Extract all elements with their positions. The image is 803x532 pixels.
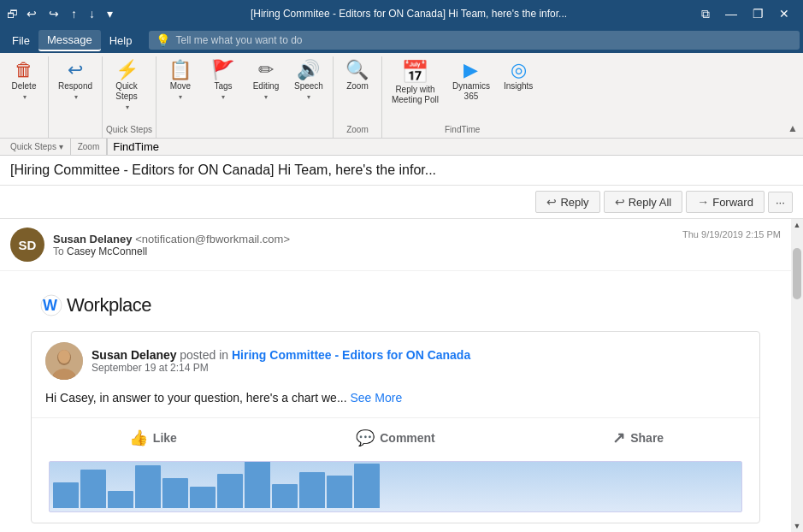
post-action-text: posted in [180, 348, 232, 362]
respond-icon: ↩ [68, 61, 83, 80]
see-more-link[interactable]: See More [350, 391, 402, 405]
search-bar[interactable]: 💡 [149, 31, 800, 50]
sender-email-bracket: < [135, 233, 142, 245]
share-icon: ↗ [612, 429, 625, 447]
insights-label: Insights [504, 81, 533, 92]
tags-label: Tags [214, 81, 232, 92]
email-scroll-area: SD Susan Delaney <notification@fbworkmai… [0, 219, 803, 532]
zoom-footer[interactable]: Zoom [71, 139, 108, 155]
zoom-group-label: Zoom [337, 123, 378, 138]
share-button[interactable]: ↗ Share [517, 422, 759, 454]
quick-access-toolbar[interactable]: 🗗 ↩ ↪ ↑ ↓ ▾ [7, 5, 116, 22]
more-quick-access-button[interactable]: ▾ [103, 5, 116, 22]
reply-label: Reply [560, 196, 588, 209]
reply-meeting-poll-button[interactable]: 📅 Reply withMeeting Poll [386, 56, 445, 109]
close-button[interactable]: ✕ [772, 5, 796, 23]
respond-label: Respond [58, 81, 92, 92]
post-avatar-image [45, 342, 83, 380]
reply-all-icon: ↩ [615, 195, 625, 209]
ribbon-group-content-respond: ↩ Respond ▾ [52, 56, 98, 138]
tags-button[interactable]: 🚩 Tags ▾ [203, 56, 244, 105]
email-date: Thu 9/19/2019 2:15 PM [682, 228, 781, 239]
maximize-button[interactable]: ❐ [746, 5, 771, 23]
email-subject: [Hiring Committee - Editors for ON Canad… [0, 156, 803, 186]
menu-help[interactable]: Help [101, 31, 141, 50]
insights-button[interactable]: ◎ Insights [498, 56, 539, 96]
upload-button[interactable]: ↑ [68, 5, 80, 22]
email-actions-bar: ↩ Reply ↩ Reply All → Forward ··· [0, 186, 803, 219]
post-time: September 19 at 2:14 PM [92, 362, 746, 374]
forward-icon: → [697, 195, 709, 209]
chart-bar-4 [135, 465, 161, 508]
menu-message[interactable]: Message [38, 30, 101, 51]
chart-bar-10 [299, 472, 325, 508]
undo-button[interactable]: ↩ [23, 5, 40, 22]
share-label: Share [630, 431, 664, 445]
meeting-poll-label: Reply withMeeting Poll [392, 85, 439, 105]
chart-bar-3 [108, 491, 133, 508]
delete-button[interactable]: 🗑 Delete ▾ [3, 56, 44, 105]
zoom-label: Zoom [346, 81, 369, 92]
reply-all-button[interactable]: ↩ Reply All [604, 191, 683, 213]
download-button[interactable]: ↓ [86, 5, 98, 22]
dynamics365-label: Dynamics365 [452, 81, 490, 102]
respond-button[interactable]: ↩ Respond ▾ [52, 56, 98, 105]
move-icon: 📋 [168, 61, 192, 80]
window-controls[interactable]: ⧉ — ❐ ✕ [694, 5, 796, 23]
quick-steps-footer[interactable]: Quick Steps ▾ [3, 139, 71, 155]
redo-button[interactable]: ↪ [45, 5, 62, 22]
move-button[interactable]: 📋 Move ▾ [160, 56, 201, 105]
quick-steps-icon: ⚡ [115, 61, 139, 80]
delete-dropdown-arrow: ▾ [23, 93, 27, 101]
ribbon-group-content-zoom: 🔍 Zoom [337, 56, 378, 123]
email-scroll-body: SD Susan Delaney <notification@fbworkmai… [0, 219, 803, 532]
restore-window-button[interactable]: ⧉ [694, 5, 717, 23]
quick-steps-dropdown-arrow: ▾ [126, 103, 129, 111]
zoom-button[interactable]: 🔍 Zoom [337, 56, 378, 96]
findtime-group-label: FindTime [386, 123, 539, 138]
sender-name: Susan Delaney <notification@fbworkmail.c… [53, 233, 674, 245]
forward-label: Forward [712, 196, 753, 209]
post-body: Hi Casey, in answer to your question, he… [32, 390, 759, 417]
scrollbar[interactable]: ▲ ▼ [791, 219, 803, 532]
post-actions: 👍 Like 💬 Comment ↗ Share [32, 417, 759, 458]
workplace-logo-text: Workplace [67, 294, 151, 316]
post-group-link[interactable]: Hiring Committee - Editors for ON Canada [232, 348, 470, 362]
quick-steps-button[interactable]: ⚡ QuickSteps ▾ [106, 56, 147, 115]
ribbon-group-content-findtime: 📅 Reply withMeeting Poll ▶ Dynamics365 ◎… [386, 56, 539, 123]
delete-label: Delete [12, 81, 37, 92]
dynamics365-icon: ▶ [463, 61, 478, 80]
comment-button[interactable]: 💬 Comment [275, 422, 517, 454]
scrollbar-thumb[interactable] [793, 248, 801, 299]
sender-info: Susan Delaney <notification@fbworkmail.c… [53, 233, 674, 257]
forward-button[interactable]: → Forward [686, 191, 765, 213]
comment-icon: 💬 [356, 429, 375, 447]
ribbon-group-quick-steps: ⚡ QuickSteps ▾ Quick Steps [103, 56, 156, 138]
menu-bar: File Message Help 💡 [0, 27, 803, 53]
minimize-button[interactable]: — [718, 5, 744, 23]
comment-label: Comment [380, 431, 435, 445]
ribbon-collapse-button[interactable]: ▲ [782, 119, 803, 138]
findtime-footer: FindTime [107, 139, 164, 155]
scroll-up-arrow[interactable]: ▲ [791, 219, 803, 231]
scroll-down-arrow[interactable]: ▼ [791, 520, 803, 532]
more-actions-button[interactable]: ··· [768, 192, 793, 213]
content-wrapper: 🗑 Delete ▾ ↩ Respond ▾ [0, 53, 803, 532]
editing-button[interactable]: ✏ Editing ▾ [245, 56, 286, 105]
move-label: Move [170, 81, 191, 92]
chart-bar-11 [327, 476, 352, 508]
to-name: Casey McConnell [67, 245, 147, 257]
like-button[interactable]: 👍 Like [32, 422, 275, 454]
ribbon-group-delete: 🗑 Delete ▾ [0, 56, 49, 138]
post-avatar [45, 342, 83, 380]
sender-avatar: SD [10, 228, 44, 262]
speech-button[interactable]: 🔊 Speech ▾ [288, 56, 329, 105]
svg-text:W: W [43, 297, 57, 314]
dynamics365-button[interactable]: ▶ Dynamics365 [446, 56, 496, 106]
search-input[interactable] [175, 34, 346, 46]
post-body-text: Hi Casey, in answer to your question, he… [45, 391, 347, 405]
chart-preview [49, 461, 742, 512]
delete-icon: 🗑 [15, 61, 33, 80]
menu-file[interactable]: File [3, 31, 38, 50]
reply-button[interactable]: ↩ Reply [535, 191, 599, 213]
